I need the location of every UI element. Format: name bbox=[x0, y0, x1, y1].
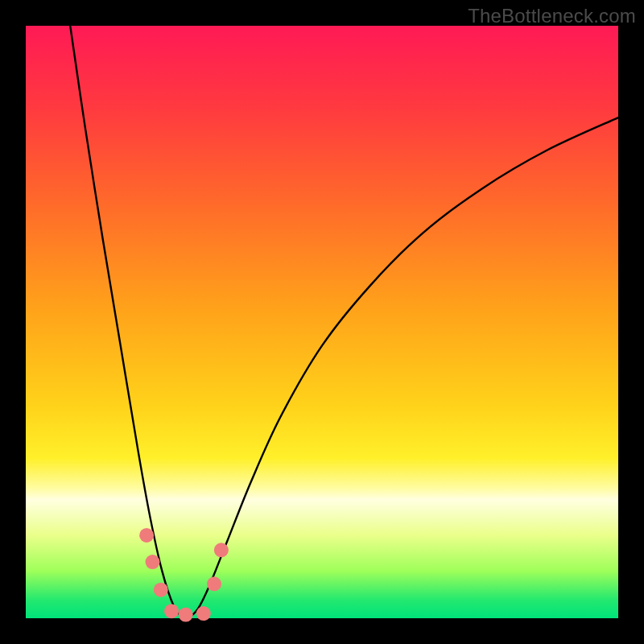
marker-dot bbox=[196, 606, 211, 621]
marker-dot bbox=[179, 608, 193, 622]
watermark-text: TheBottleneck.com bbox=[468, 5, 636, 27]
marker-dot bbox=[214, 543, 229, 557]
marker-dot bbox=[139, 528, 154, 543]
marker-dot bbox=[154, 583, 168, 597]
bottleneck-curve bbox=[70, 26, 618, 618]
marker-dot bbox=[207, 576, 221, 591]
marker-dot bbox=[146, 555, 160, 569]
highlight-markers bbox=[139, 528, 229, 622]
chart-svg bbox=[26, 26, 618, 618]
plot-area bbox=[26, 26, 618, 618]
marker-dot bbox=[164, 604, 179, 618]
outer-frame: TheBottleneck.com bbox=[0, 0, 644, 644]
